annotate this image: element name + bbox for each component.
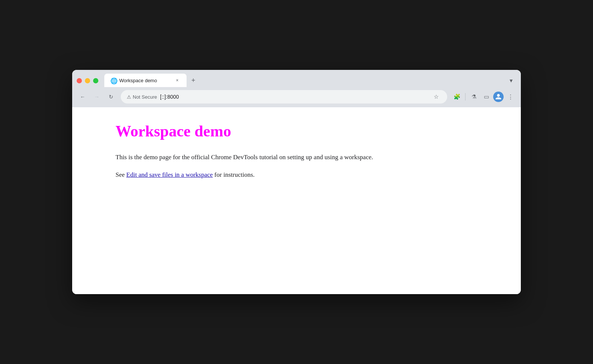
more-button[interactable]: ⋮ [504,91,516,103]
tab-close-button[interactable]: × [174,77,181,84]
warning-icon: ⚠ [127,94,131,100]
tab-favicon-icon: 🌐 [110,77,116,83]
link-suffix: for instructions. [213,171,255,178]
minimize-dot[interactable] [85,78,90,83]
workspace-link[interactable]: Edit and save files in a workspace [126,171,213,178]
toolbar-actions: 🧩 ⚗ ▭ ⋮ [451,91,516,103]
active-tab[interactable]: 🌐 Workspace demo × [104,74,187,87]
tab-row: 🌐 Workspace demo × + ▾ [72,70,521,87]
toolbar-divider [465,93,466,101]
link-prefix: See [116,171,126,178]
sidebar-button[interactable]: ▭ [480,91,492,103]
browser-window: 🌐 Workspace demo × + ▾ ← → ↻ ⚠ Not Secur… [72,70,521,294]
page-body-text: This is the demo page for the official C… [116,152,506,162]
reload-button[interactable]: ↻ [105,91,117,103]
profile-button[interactable] [493,92,504,102]
maximize-dot[interactable] [93,78,98,83]
bookmark-button[interactable]: ☆ [431,92,441,102]
tab-dropdown-button[interactable]: ▾ [506,75,516,86]
url-display[interactable]: [::]:8000 [160,94,428,100]
forward-button: → [91,91,103,103]
omnibox[interactable]: ⚠ Not Secure [::]:8000 ☆ [121,90,447,104]
lab-button[interactable]: ⚗ [468,91,480,103]
close-dot[interactable] [77,78,82,83]
page-link-line: See Edit and save files in a workspace f… [116,170,506,180]
tab-title: Workspace demo [119,78,171,83]
new-tab-button[interactable]: + [188,75,199,86]
not-secure-indicator: ⚠ Not Secure [127,94,157,100]
extensions-button[interactable]: 🧩 [451,91,463,103]
title-bar: 🌐 Workspace demo × + ▾ ← → ↻ ⚠ Not Secur… [72,70,521,107]
not-secure-label: Not Secure [133,94,157,100]
window-controls [77,78,98,87]
page-content: Workspace demo This is the demo page for… [72,107,521,294]
back-button[interactable]: ← [77,91,89,103]
toolbar: ← → ↻ ⚠ Not Secure [::]:8000 ☆ 🧩 ⚗ ▭ [72,87,521,107]
page-heading: Workspace demo [116,122,506,140]
